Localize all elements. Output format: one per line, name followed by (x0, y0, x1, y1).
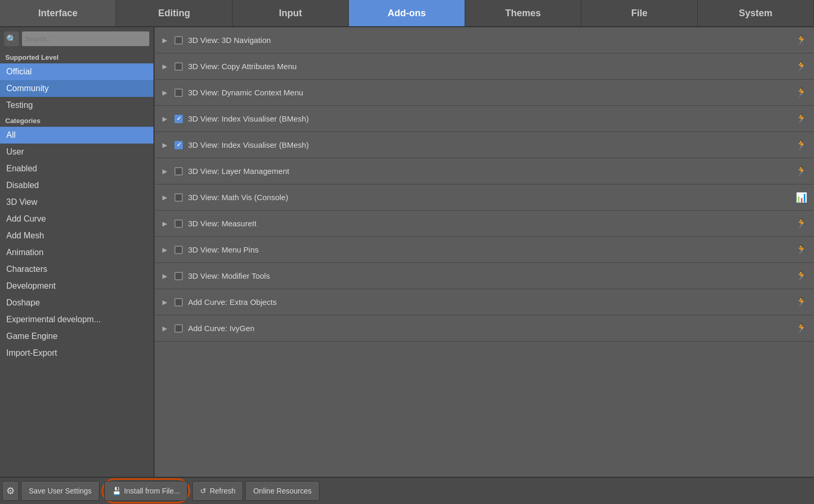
addon-row: ▶ 3D View: Dynamic Context Menu 🏃 (155, 80, 814, 106)
tab-bar: Interface Editing Input Add-ons Themes F… (0, 0, 814, 27)
addon-row: ▶ 3D View: Copy Attributes Menu 🏃 (155, 53, 814, 80)
addon-row: ▶ 3D View: MeasureIt 🏃 (155, 211, 814, 237)
tab-input[interactable]: Input (233, 0, 349, 26)
addon-name: 3D View: Index Visualiser (BMesh) (188, 114, 789, 123)
addon-row: ▶ 3D View: 3D Navigation 🏃 (155, 27, 814, 53)
sidebar-item-importexport[interactable]: Import-Export (0, 345, 153, 361)
expand-button[interactable]: ▶ (160, 167, 169, 176)
addon-checkbox[interactable] (174, 167, 183, 176)
sidebar-item-user[interactable]: User (0, 144, 153, 160)
addon-name: 3D View: Math Vis (Console) (188, 193, 789, 202)
addon-name: 3D View: Modifier Tools (188, 271, 789, 280)
expand-button[interactable]: ▶ (160, 114, 169, 124)
install-label: Install from File... (124, 487, 180, 495)
sidebar-item-addcurve[interactable]: Add Curve (0, 211, 153, 227)
expand-button[interactable]: ▶ (160, 62, 169, 71)
sidebar-item-disabled[interactable]: Disabled (0, 177, 153, 194)
refresh-button[interactable]: ↺ Refresh (192, 481, 243, 501)
tab-file[interactable]: File (581, 0, 698, 26)
sidebar-item-gameengine[interactable]: Game Engine (0, 328, 153, 345)
sidebar-item-3dview[interactable]: 3D View (0, 194, 153, 211)
expand-button[interactable]: ▶ (160, 219, 169, 228)
sidebar-item-community[interactable]: Community (0, 80, 153, 97)
search-input[interactable] (22, 31, 149, 46)
refresh-label: Refresh (210, 487, 235, 495)
addon-checkbox[interactable] (174, 36, 183, 45)
addon-name: 3D View: Layer Management (188, 167, 789, 176)
install-highlight: 💾 Install from File... (102, 478, 191, 503)
tab-addons[interactable]: Add-ons (349, 0, 465, 26)
expand-button[interactable]: ▶ (160, 36, 169, 45)
tab-system[interactable]: System (698, 0, 814, 26)
tab-interface[interactable]: Interface (0, 0, 116, 26)
tab-themes[interactable]: Themes (465, 0, 581, 26)
addon-name: 3D View: MeasureIt (188, 219, 789, 228)
sidebar-item-experimental[interactable]: Experimental developm... (0, 311, 153, 328)
addon-math-icon[interactable]: 📊 (794, 190, 809, 205)
expand-button[interactable]: ▶ (160, 193, 169, 202)
addon-name: 3D View: 3D Navigation (188, 36, 789, 45)
addon-user-icon[interactable]: 🏃 (794, 112, 809, 126)
addon-checkbox[interactable] (174, 324, 183, 333)
addon-list: ▶ 3D View: 3D Navigation 🏃 ▶ 3D View: Co… (155, 27, 814, 477)
addon-user-icon[interactable]: 🏃 (794, 33, 809, 48)
addon-checkbox[interactable] (174, 141, 183, 149)
addon-user-icon[interactable]: 🏃 (794, 216, 809, 231)
expand-button[interactable]: ▶ (160, 298, 169, 307)
sidebar-item-animation[interactable]: Animation (0, 244, 153, 261)
addon-name: 3D View: Dynamic Context Menu (188, 88, 789, 97)
addon-checkbox[interactable] (174, 193, 183, 202)
save-user-settings-button[interactable]: Save User Settings (21, 481, 100, 501)
sidebar: 🔍 Supported Level Official Community Tes… (0, 27, 155, 477)
addon-checkbox[interactable] (174, 89, 183, 97)
search-icon: 🔍 (4, 31, 19, 46)
refresh-icon: ↺ (200, 487, 206, 495)
bottom-bar: ⚙ Save User Settings 💾 Install from File… (0, 477, 814, 504)
addon-user-icon[interactable]: 🏃 (794, 164, 809, 179)
sidebar-item-doshape[interactable]: Doshape (0, 294, 153, 311)
addon-row: ▶ Add Curve: IvyGen 🏃 (155, 315, 814, 342)
addon-row: ▶ 3D View: Menu Pins 🏃 (155, 237, 814, 263)
addon-row: ▶ 3D View: Layer Management 🏃 (155, 158, 814, 184)
categories-label: Categories (0, 114, 153, 127)
install-icon: 💾 (112, 487, 121, 495)
expand-button[interactable]: ▶ (160, 88, 169, 97)
addon-name: 3D View: Index Visualiser (BMesh) (188, 140, 789, 149)
addon-user-icon[interactable]: 🏃 (794, 59, 809, 74)
addon-checkbox[interactable] (174, 220, 183, 228)
addon-checkbox[interactable] (174, 62, 183, 71)
addon-row: ▶ 3D View: Index Visualiser (BMesh) 🏃 (155, 132, 814, 158)
sidebar-item-enabled[interactable]: Enabled (0, 160, 153, 177)
expand-button[interactable]: ▶ (160, 140, 169, 150)
sidebar-item-addmesh[interactable]: Add Mesh (0, 227, 153, 244)
addon-row: ▶ Add Curve: Extra Objects 🏃 (155, 289, 814, 315)
addon-checkbox[interactable] (174, 115, 183, 123)
addon-row: ▶ 3D View: Math Vis (Console) 📊 (155, 184, 814, 211)
expand-button[interactable]: ▶ (160, 271, 169, 281)
expand-button[interactable]: ▶ (160, 245, 169, 255)
addon-user-icon[interactable]: 🏃 (794, 295, 809, 310)
addon-row: ▶ 3D View: Modifier Tools 🏃 (155, 263, 814, 289)
expand-button[interactable]: ▶ (160, 324, 169, 333)
sidebar-item-official[interactable]: Official (0, 63, 153, 80)
addon-user-icon[interactable]: 🏃 (794, 269, 809, 283)
search-bar: 🔍 (0, 27, 153, 50)
addon-checkbox[interactable] (174, 298, 183, 306)
addon-user-icon[interactable]: 🏃 (794, 85, 809, 100)
sidebar-item-testing[interactable]: Testing (0, 97, 153, 114)
addon-user-icon[interactable]: 🏃 (794, 321, 809, 336)
settings-icon[interactable]: ⚙ (2, 481, 19, 501)
sidebar-item-characters[interactable]: Characters (0, 261, 153, 278)
install-from-file-button[interactable]: 💾 Install from File... (104, 481, 188, 501)
addon-name: 3D View: Menu Pins (188, 245, 789, 254)
sidebar-item-development[interactable]: Development (0, 278, 153, 294)
online-resources-button[interactable]: Online Resources (245, 481, 319, 501)
addon-checkbox[interactable] (174, 246, 183, 254)
addon-checkbox[interactable] (174, 272, 183, 280)
addon-user-icon[interactable]: 🏃 (794, 243, 809, 257)
addon-user-icon[interactable]: 🏃 (794, 138, 809, 152)
tab-editing[interactable]: Editing (116, 0, 233, 26)
main-content: 🔍 Supported Level Official Community Tes… (0, 27, 814, 477)
addon-row: ▶ 3D View: Index Visualiser (BMesh) 🏃 (155, 106, 814, 132)
sidebar-item-all[interactable]: All (0, 127, 153, 144)
